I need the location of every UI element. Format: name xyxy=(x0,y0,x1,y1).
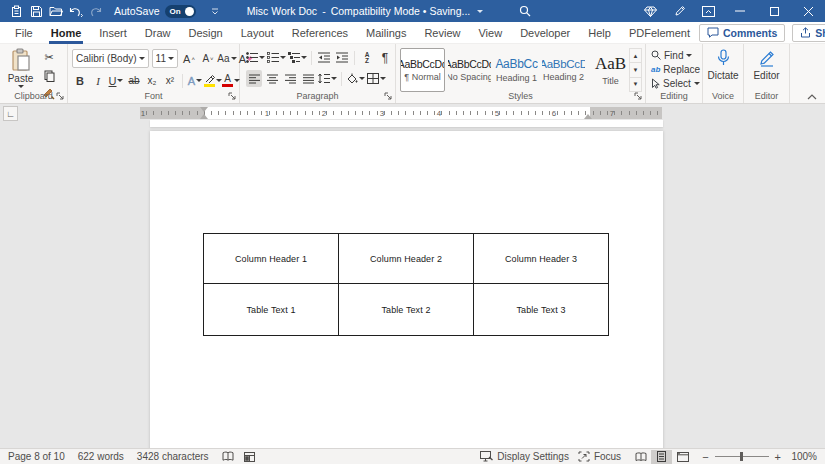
multilevel-list-button[interactable] xyxy=(288,49,307,66)
horizontal-ruler[interactable]: 1 1 2 3 4 5 6 7 xyxy=(140,107,662,119)
style-normal[interactable]: AaBbCcDd ¶ Normal xyxy=(400,48,445,92)
align-center-button[interactable] xyxy=(264,70,280,87)
align-left-button[interactable] xyxy=(246,70,262,87)
autosave-toggle[interactable]: On xyxy=(165,5,196,18)
zoom-slider[interactable] xyxy=(715,452,769,461)
zoom-percentage[interactable]: 100% xyxy=(787,451,817,462)
display-settings-button[interactable]: Display Settings xyxy=(480,451,569,462)
proofing-status-icon[interactable] xyxy=(222,451,234,462)
paragraph-dialog-launcher[interactable] xyxy=(384,92,392,100)
focus-button[interactable]: Focus xyxy=(578,451,621,462)
copy-button[interactable] xyxy=(41,67,57,84)
change-case-button[interactable]: Aa xyxy=(219,50,235,67)
tab-insert[interactable]: Insert xyxy=(90,22,136,44)
right-indent-marker[interactable] xyxy=(584,114,592,119)
zoom-out-button[interactable]: − xyxy=(702,451,708,463)
style-title[interactable]: AaB Title xyxy=(588,48,633,92)
premium-diamond-icon[interactable] xyxy=(636,0,665,22)
open-folder-icon[interactable] xyxy=(46,0,66,22)
superscript-button[interactable]: x² xyxy=(162,72,178,89)
redo-icon[interactable] xyxy=(86,0,106,22)
table-header-cell[interactable]: Column Header 2 xyxy=(339,234,474,284)
dictate-button[interactable]: Dictate xyxy=(703,49,743,81)
read-mode-button[interactable] xyxy=(630,450,651,464)
tab-review[interactable]: Review xyxy=(415,22,469,44)
increase-indent-button[interactable] xyxy=(334,49,350,66)
highlight-button[interactable] xyxy=(205,72,221,89)
zoom-in-button[interactable]: + xyxy=(775,451,781,463)
strikethrough-button[interactable]: ab xyxy=(126,72,142,89)
tab-view[interactable]: View xyxy=(469,22,511,44)
decrease-indent-button[interactable] xyxy=(316,49,332,66)
tab-references[interactable]: References xyxy=(283,22,357,44)
bullets-button[interactable] xyxy=(246,49,265,66)
document-page[interactable]: Column Header 1 Column Header 2 Column H… xyxy=(150,131,663,448)
table-body-cell[interactable]: Table Text 1 xyxy=(204,284,339,336)
qat-customize-icon[interactable] xyxy=(211,8,219,15)
first-line-indent-marker[interactable] xyxy=(200,107,208,112)
find-button[interactable]: Find xyxy=(651,48,702,62)
tab-design[interactable]: Design xyxy=(179,22,231,44)
shrink-font-button[interactable]: A˅ xyxy=(200,50,216,67)
styles-scroll-up-button[interactable]: ▲ xyxy=(630,49,641,63)
replace-button[interactable]: ab Replace xyxy=(651,62,702,76)
style-no-spacing[interactable]: AaBbCcDd No Spacing xyxy=(447,48,492,92)
undo-icon[interactable] xyxy=(66,0,86,22)
tab-draw[interactable]: Draw xyxy=(136,22,180,44)
justify-button[interactable] xyxy=(300,70,316,87)
maximize-button[interactable] xyxy=(757,0,791,22)
text-effects-button[interactable]: A xyxy=(187,72,203,89)
zoom-slider-thumb[interactable] xyxy=(740,452,743,461)
word-count[interactable]: 622 words xyxy=(78,451,124,462)
font-name-combo[interactable]: Calibri (Body) xyxy=(72,49,149,68)
clipboard-icon[interactable] xyxy=(6,0,26,22)
styles-more-button[interactable]: ▼ xyxy=(630,78,641,91)
print-layout-button[interactable] xyxy=(651,450,672,464)
page-indicator[interactable]: Page 8 of 10 xyxy=(8,451,65,462)
document-table[interactable]: Column Header 1 Column Header 2 Column H… xyxy=(203,233,609,336)
table-body-cell[interactable]: Table Text 3 xyxy=(474,284,609,336)
style-heading-1[interactable]: AaBbCc Heading 1 xyxy=(494,48,539,92)
styles-dialog-launcher[interactable] xyxy=(634,92,642,100)
tab-home[interactable]: Home xyxy=(42,22,91,44)
line-spacing-button[interactable] xyxy=(318,70,337,87)
tab-developer[interactable]: Developer xyxy=(511,22,579,44)
font-size-combo[interactable]: 11 xyxy=(152,49,178,68)
cut-button[interactable]: ✂ xyxy=(41,49,57,66)
minimize-button[interactable] xyxy=(723,0,757,22)
title-dropdown-icon[interactable] xyxy=(477,10,483,13)
close-button[interactable] xyxy=(791,0,825,22)
macro-recording-icon[interactable] xyxy=(244,452,255,462)
select-button[interactable]: Select xyxy=(651,76,702,90)
save-icon[interactable] xyxy=(26,0,46,22)
share-button[interactable]: Share xyxy=(792,24,825,42)
numbering-button[interactable] xyxy=(267,49,286,66)
italic-button[interactable]: I xyxy=(90,72,106,89)
web-layout-button[interactable] xyxy=(672,450,693,464)
bold-button[interactable]: B xyxy=(72,72,88,89)
tab-pdfelement[interactable]: PDFelement xyxy=(620,22,699,44)
align-right-button[interactable] xyxy=(282,70,298,87)
collapse-ribbon-button[interactable] xyxy=(807,94,817,100)
editing-pencil-icon[interactable] xyxy=(665,0,694,22)
hanging-indent-marker[interactable] xyxy=(200,114,208,119)
tab-help[interactable]: Help xyxy=(579,22,620,44)
ribbon-display-options-icon[interactable] xyxy=(694,0,723,22)
table-header-cell[interactable]: Column Header 1 xyxy=(204,234,339,284)
comments-button[interactable]: Comments xyxy=(699,24,785,42)
shading-button[interactable] xyxy=(346,70,365,87)
subscript-button[interactable]: x₂ xyxy=(144,72,160,89)
underline-button[interactable]: U xyxy=(108,72,124,89)
grow-font-button[interactable]: A˄ xyxy=(181,50,197,67)
tab-stop-selector[interactable]: ∟ xyxy=(3,106,18,121)
sort-button[interactable]: A Z xyxy=(359,49,375,66)
tab-file[interactable]: File xyxy=(6,22,42,44)
font-color-button[interactable]: A xyxy=(223,72,239,89)
font-dialog-launcher[interactable] xyxy=(228,92,236,100)
editor-button[interactable]: Editor xyxy=(744,49,789,81)
clipboard-dialog-launcher[interactable] xyxy=(56,92,64,100)
character-count[interactable]: 3428 characters xyxy=(137,451,209,462)
tab-mailings[interactable]: Mailings xyxy=(357,22,415,44)
search-icon[interactable] xyxy=(512,0,538,22)
paste-button[interactable]: Paste xyxy=(4,48,37,94)
